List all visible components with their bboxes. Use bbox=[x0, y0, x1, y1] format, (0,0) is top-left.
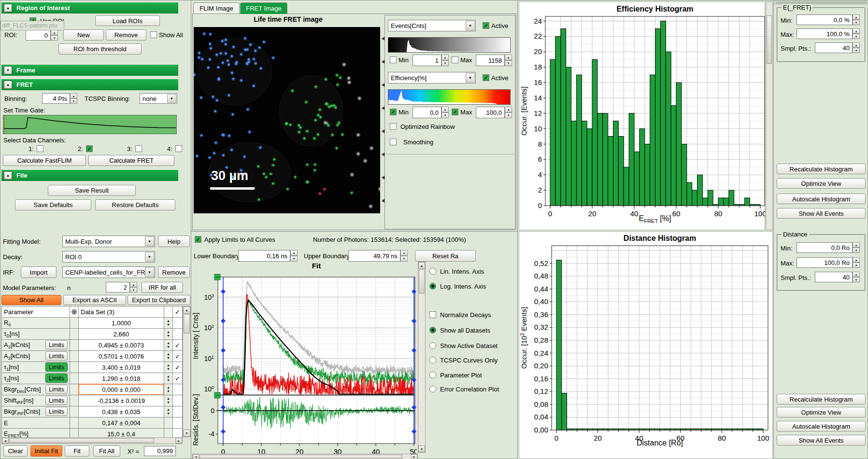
option-radio[interactable] bbox=[429, 342, 436, 349]
n-spinner[interactable]: ▲▼ bbox=[130, 282, 137, 292]
binning-spinner[interactable]: ▲▼ bbox=[70, 93, 77, 104]
scrollbar-thumb[interactable] bbox=[199, 455, 402, 459]
parameter-spinner-cell[interactable]: ▲▼ bbox=[164, 362, 173, 373]
chevron-down-icon[interactable]: ▼ bbox=[466, 21, 475, 30]
channel1-min-field[interactable]: 1 bbox=[413, 55, 441, 66]
option-radio[interactable] bbox=[429, 372, 436, 378]
channel1-min-checkbox[interactable] bbox=[390, 56, 397, 63]
irf-dropdown[interactable]: CENP-labelled_cells_for_FRET▼ bbox=[62, 266, 155, 278]
parameter-value[interactable]: 0,000 ± 0,000 bbox=[78, 384, 164, 395]
smoothing-checkbox[interactable] bbox=[390, 139, 397, 145]
parameter-spinner-cell[interactable]: ▲▼ bbox=[164, 339, 173, 351]
save-result-button[interactable]: Save Result bbox=[48, 185, 136, 196]
parameter-value[interactable]: 0,4945 ± 0,0073 bbox=[78, 339, 164, 351]
restore-defaults-button[interactable]: Restore Defaults bbox=[95, 199, 175, 210]
efficiency-autoscale-button[interactable]: Autoscale Histogram bbox=[777, 194, 866, 204]
initial-fit-button[interactable]: Initial Fit bbox=[30, 445, 62, 457]
limits-button[interactable]: Limits bbox=[45, 340, 68, 349]
chevron-down-icon[interactable]: ▼ bbox=[145, 252, 154, 262]
tab-flim-image[interactable]: FLIM Image bbox=[193, 2, 240, 14]
load-rois-button[interactable]: Load ROIs bbox=[95, 15, 160, 26]
collapse-icon[interactable]: ▲ bbox=[4, 171, 12, 180]
irf-for-all-button[interactable]: IRF for all bbox=[142, 282, 183, 293]
collapse-icon[interactable]: ▲ bbox=[4, 81, 12, 89]
scroll-down-icon[interactable]: ▼ bbox=[418, 445, 425, 452]
parameter-value[interactable]: 1,290 ± 0,018 bbox=[78, 373, 164, 384]
parameter-value[interactable]: 2,660 bbox=[78, 328, 164, 340]
parameter-fix-checkbox[interactable] bbox=[172, 328, 183, 340]
apply-limits-checkbox[interactable]: ✓ bbox=[195, 236, 201, 243]
chevron-down-icon[interactable]: ▼ bbox=[145, 267, 154, 277]
channel2-active-checkbox[interactable]: ✓ bbox=[483, 74, 489, 81]
upper-boundary-field[interactable]: 49,79 ns bbox=[348, 250, 400, 262]
efficiency-show-all-events-button[interactable]: Show All Events bbox=[777, 208, 866, 219]
distance-recalculate-button[interactable]: Recalculate Histogram bbox=[777, 394, 866, 404]
option-radio[interactable] bbox=[429, 357, 436, 363]
parameter-value[interactable]: 0,5701 ± 0,0076 bbox=[78, 350, 164, 362]
time-gate-plot[interactable] bbox=[3, 115, 177, 134]
option-checkbox[interactable] bbox=[429, 311, 436, 318]
channel1-max-checkbox[interactable] bbox=[452, 56, 458, 63]
lower-boundary-spinner[interactable]: ▲▼ bbox=[290, 250, 298, 262]
efficiency-recalculate-button[interactable]: Recalculate Histogram bbox=[777, 164, 866, 174]
collapse-icon[interactable]: ▼ bbox=[4, 66, 12, 74]
section-header-frame[interactable]: ▼ Frame bbox=[1, 65, 178, 76]
distance-smpl-field[interactable]: 40 bbox=[815, 272, 853, 282]
save-defaults-button[interactable]: Save Defaults bbox=[15, 199, 91, 210]
channel2-min-spinner[interactable]: ▲▼ bbox=[441, 107, 449, 118]
section-header-fret[interactable]: ▲ FRET bbox=[1, 79, 178, 90]
parameter-fix-checkbox[interactable] bbox=[172, 417, 183, 429]
chevron-down-icon[interactable]: ▼ bbox=[466, 73, 475, 83]
show-all-rois-checkbox[interactable] bbox=[150, 31, 157, 38]
display-channel2-dropdown[interactable]: Efficiency[%]▼ bbox=[388, 72, 476, 83]
distance-max-spinner[interactable]: ▲▼ bbox=[853, 257, 860, 268]
data-channel-checkbox[interactable] bbox=[175, 145, 182, 152]
distance-min-spinner[interactable]: ▲▼ bbox=[853, 242, 860, 253]
limits-button[interactable]: Limits bbox=[45, 407, 68, 416]
chevron-down-icon[interactable]: ▼ bbox=[167, 94, 176, 103]
distance-autoscale-button[interactable]: Autoscale Histogram bbox=[777, 421, 866, 431]
section-header-roi[interactable]: ▲ Region of Interest bbox=[1, 2, 178, 14]
section-header-file[interactable]: ▲ File bbox=[1, 170, 178, 181]
data-channel-checkbox[interactable]: ✓ bbox=[86, 145, 93, 152]
efret-min-spinner[interactable]: ▲▼ bbox=[853, 14, 860, 25]
scroll-right-icon[interactable]: ► bbox=[411, 454, 417, 459]
option-radio[interactable] bbox=[429, 386, 436, 392]
fit-button[interactable]: Fit bbox=[65, 445, 89, 457]
roi-number-field[interactable]: 0 bbox=[26, 30, 51, 41]
scroll-down-icon[interactable]: ▼ bbox=[183, 430, 190, 437]
scrollbar-thumb[interactable] bbox=[767, 15, 772, 64]
scroll-right-icon[interactable]: ► bbox=[175, 438, 182, 444]
parameter-spinner-cell[interactable]: ▲▼ bbox=[164, 350, 173, 362]
channel2-max-spinner[interactable]: ▲▼ bbox=[505, 107, 512, 118]
option-radio[interactable] bbox=[429, 268, 436, 275]
fit-all-button[interactable]: Fit All bbox=[93, 445, 120, 457]
channel2-max-checkbox[interactable]: ✓ bbox=[452, 109, 458, 115]
limits-button[interactable]: Limits bbox=[45, 396, 68, 405]
channel1-min-spinner[interactable]: ▲▼ bbox=[441, 55, 449, 66]
scroll-left-icon[interactable]: ◄ bbox=[193, 454, 199, 459]
channel1-max-field[interactable]: 1158 bbox=[476, 55, 505, 66]
distance-min-field[interactable]: 0,0 Ro bbox=[797, 242, 853, 253]
fitting-model-dropdown[interactable]: Multi-Exp. Donor▼ bbox=[62, 236, 155, 247]
parameter-fix-checkbox[interactable] bbox=[172, 317, 183, 329]
parameter-value[interactable]: 3,400 ± 0,019 bbox=[78, 362, 164, 373]
parameter-spinner-cell[interactable]: ▲▼ bbox=[164, 395, 173, 406]
efret-max-field[interactable]: 100,0 % bbox=[797, 28, 853, 39]
parameter-fix-checkbox[interactable] bbox=[172, 384, 183, 395]
parameter-spinner-cell[interactable]: ▲▼ bbox=[164, 317, 173, 329]
parameter-value[interactable]: 1,0000 bbox=[78, 317, 164, 329]
parameter-spinner-cell[interactable]: ▲▼ bbox=[164, 373, 173, 384]
scroll-up-icon[interactable]: ▲ bbox=[183, 306, 190, 314]
efficiency-histogram[interactable]: 024681012141618202224020406080100Efficie… bbox=[519, 1, 765, 230]
limits-button[interactable]: Limits bbox=[45, 385, 68, 394]
parameter-spinner-cell[interactable]: ▲▼ bbox=[164, 384, 173, 395]
efret-smpl-field[interactable]: 40 bbox=[815, 42, 853, 53]
scrollbar-thumb[interactable] bbox=[419, 269, 425, 293]
export-ascii-button[interactable]: Export as ASCII bbox=[63, 295, 126, 305]
optimized-rainbow-checkbox[interactable] bbox=[390, 123, 397, 130]
export-clipboard-button[interactable]: Export to Clipboard bbox=[128, 295, 190, 305]
roi-spinner[interactable]: ▲▼ bbox=[51, 30, 58, 41]
parameter-value[interactable]: -0,2136 ± 0,0019 bbox=[78, 395, 164, 406]
reset-range-button[interactable]: Reset Ra bbox=[415, 250, 476, 262]
